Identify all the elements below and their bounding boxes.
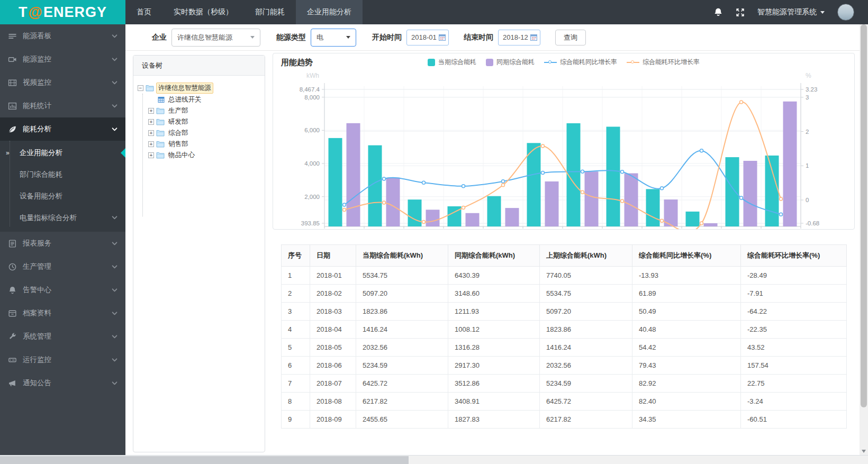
sidebar-item[interactable]: 能耗分析 (0, 117, 125, 141)
tree-node-label[interactable]: 销售部 (167, 139, 190, 149)
line-point-marker (581, 170, 584, 173)
submenu-item-label: 设备用能分析 (20, 192, 62, 201)
horizontal-scrollbar-thumb[interactable] (0, 456, 409, 464)
bar-current (607, 126, 620, 226)
tree-node-label[interactable]: 研发部 (167, 117, 190, 127)
table-cell: 6217.82 (540, 411, 632, 429)
table-row[interactable]: 82018-086217.823408.916425.7282.40-3.24 (282, 393, 847, 411)
submenu-item[interactable]: 电量指标综合分析 (0, 207, 125, 229)
tree-node-label[interactable]: 综合部 (167, 128, 190, 138)
table-row[interactable]: 52018-052032.561316.281416.2454.4243.52 (282, 339, 847, 357)
chevron-down-icon (112, 80, 117, 86)
vertical-scrollbar-thumb[interactable] (861, 24, 867, 407)
sidebar-item[interactable]: 告警中心 (0, 278, 125, 302)
table-row[interactable]: 32018-031823.861211.935097.2050.49-64.22 (282, 303, 847, 321)
table-cell: 43.52 (741, 339, 847, 357)
avatar[interactable] (837, 4, 854, 21)
horizontal-scrollbar[interactable] (0, 455, 868, 464)
bar-current (329, 138, 342, 226)
sidebar-item[interactable]: 通知公告 (0, 371, 125, 395)
start-date-input[interactable]: 2018-01 (406, 30, 449, 46)
left-axis-tick-label: 393.85 (301, 220, 320, 226)
sidebar: 能源看板能源监控视频监控能耗统计能耗分析»企业用能分析部门综合能耗设备用能分析电… (0, 24, 125, 455)
sidebar-item[interactable]: 报表服务 (0, 232, 125, 255)
legend-item[interactable]: 综合能耗环比增长率 (627, 58, 700, 67)
top-bar: T@ENERGY 首页实时数据（秒级）部门能耗企业用能分析 智慧能源管理系统 (0, 0, 868, 24)
legend-item[interactable]: 当期综合能耗 (428, 58, 476, 67)
sidebar-item[interactable]: 运行监控 (0, 348, 125, 371)
legend-item[interactable]: 综合能耗同比增长率 (544, 58, 617, 67)
tree-node[interactable]: +生产部 (138, 105, 260, 116)
tree-node[interactable]: +销售部 (138, 139, 260, 150)
company-label: 企业 (152, 33, 167, 42)
expand-plus-icon[interactable]: + (148, 141, 154, 147)
sidebar-item[interactable]: 能源看板 (0, 24, 125, 48)
submenu-item[interactable]: 设备用能分析 (0, 185, 125, 207)
end-date-input[interactable]: 2018-12 (498, 30, 540, 46)
end-time-label: 结束时间 (464, 33, 493, 42)
query-button[interactable]: 查询 (555, 30, 586, 46)
line-point-marker (383, 177, 386, 180)
sidebar-item[interactable]: 档案资料 (0, 302, 125, 325)
table-row[interactable]: 72018-076425.723512.865234.5982.9222.75 (282, 375, 847, 393)
vertical-scrollbar[interactable] (860, 24, 868, 455)
table-cell: 9 (282, 411, 310, 429)
company-select[interactable]: 许继信息智慧能源 (171, 29, 260, 47)
tree-node-root[interactable]: −许继信息智慧能源 (138, 82, 260, 94)
fullscreen-icon[interactable] (736, 8, 745, 17)
expand-plus-icon[interactable]: + (148, 108, 154, 114)
table-row[interactable]: 62018-065234.592917.302032.5679.43157.54 (282, 357, 847, 375)
table-row[interactable]: 92018-092455.651827.836217.8234.35-60.51 (282, 411, 847, 429)
bar-current (726, 157, 739, 226)
expand-plus-icon[interactable]: + (148, 130, 154, 136)
right-axis-tick-label: 2 (806, 129, 809, 135)
sidebar-item[interactable]: 生产管理 (0, 255, 125, 278)
collapse-minus-icon[interactable]: − (138, 85, 143, 91)
tree-node[interactable]: +研发部 (138, 116, 260, 128)
nav-tab[interactable]: 企业用能分析 (296, 0, 363, 24)
tree-node-label[interactable]: 物品中心 (167, 150, 196, 160)
table-row[interactable]: 42018-041416.241008.121823.8640.48-22.35 (282, 321, 847, 339)
tree-node-label[interactable]: 总进线开关 (167, 95, 203, 105)
legend-item[interactable]: 同期综合能耗 (486, 58, 535, 67)
tree-node[interactable]: +综合部 (138, 128, 260, 139)
folder-icon (156, 119, 165, 125)
nav-tab[interactable]: 首页 (125, 0, 162, 24)
table-cell: 7740.05 (540, 267, 632, 285)
nav-tab[interactable]: 实时数据（秒级） (162, 0, 244, 24)
table-row[interactable]: 22018-025097.203148.605534.7561.89-7.91 (282, 285, 847, 303)
scroll-down-arrow-icon[interactable] (862, 450, 866, 453)
tree-node-label[interactable]: 生产部 (167, 106, 190, 116)
table-cell: 5097.20 (540, 303, 632, 321)
sidebar-item[interactable]: 系统管理 (0, 325, 125, 348)
sidebar-item[interactable]: 能耗统计 (0, 94, 125, 117)
logo-flame-icon: @ (28, 4, 43, 21)
line-point-marker (422, 221, 426, 224)
tree-node[interactable]: +物品中心 (138, 150, 260, 161)
submenu-item[interactable]: 部门综合能耗 (0, 163, 125, 185)
table-cell: 34.35 (632, 411, 741, 429)
energy-data-table: 序号日期当期综合能耗(kWh)同期综合能耗(kWh)上期综合能耗(kWh)综合能… (281, 244, 847, 429)
right-axis-tick-label: 0 (806, 197, 809, 203)
leaf-icon (8, 125, 17, 134)
sidebar-item[interactable]: 视频监控 (0, 71, 125, 94)
tree-node[interactable]: 总进线开关 (138, 94, 260, 105)
submenu-item[interactable]: »企业用能分析 (0, 142, 125, 163)
notification-bell-icon[interactable] (713, 7, 723, 17)
expand-plus-icon[interactable]: + (148, 119, 154, 125)
camera-icon (8, 55, 17, 64)
sidebar-item-label: 生产管理 (23, 262, 51, 271)
expand-plus-icon[interactable]: + (148, 152, 154, 158)
system-title-menu[interactable]: 智慧能源管理系统 (757, 7, 825, 17)
nav-tab[interactable]: 部门能耗 (244, 0, 296, 24)
clock-icon (8, 262, 17, 271)
table-row[interactable]: 12018-015534.756430.397740.05-13.93-28.4… (282, 267, 847, 285)
bar-previous-period (466, 213, 480, 226)
tree-node-label[interactable]: 许继信息智慧能源 (156, 83, 213, 94)
line-point-marker (621, 170, 624, 174)
energy-type-select[interactable]: 电 (311, 29, 356, 47)
active-selection-marker (121, 148, 125, 158)
sidebar-item[interactable]: 能源监控 (0, 48, 125, 71)
table-cell: 22.75 (741, 375, 847, 393)
energy-trend-chart[interactable]: 393.852,0004,0006,0008,0008,467.4-0.6801… (273, 53, 854, 229)
